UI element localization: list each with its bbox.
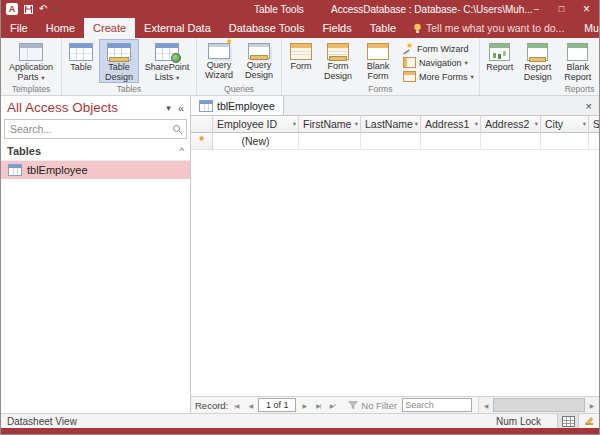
- form-design-button[interactable]: Form Design: [319, 39, 357, 83]
- tab-file[interactable]: File: [1, 18, 37, 38]
- window-title: AccessDatabase : Database- C:\Users\Muh.…: [331, 4, 533, 15]
- column-header-firstname[interactable]: FirstName ▾: [299, 116, 361, 133]
- record-navigation-bar: Record: |◀ ◀ ▶ ▶| ▶* No Filter ◀ ▶: [191, 396, 599, 413]
- report-design-button[interactable]: Report Design: [519, 39, 557, 83]
- label-text: SharePoint Lists: [145, 62, 190, 82]
- record-position-box[interactable]: [258, 398, 296, 412]
- label-text: Navigation: [419, 58, 462, 68]
- form-button[interactable]: Form: [285, 39, 317, 83]
- table-design-button[interactable]: Table Design: [99, 39, 139, 83]
- column-dropdown-icon[interactable]: ▾: [581, 120, 586, 128]
- ribbon-create: Application Parts ▾ Templates Table Tabl…: [1, 38, 599, 96]
- window-controls: – □ ×: [524, 0, 599, 18]
- first-record-button[interactable]: |◀: [230, 399, 242, 411]
- column-header-employee-id[interactable]: Employee ID ▾: [213, 116, 299, 133]
- report-button[interactable]: Report: [483, 39, 517, 83]
- column-label: Address1: [425, 118, 469, 130]
- dropdown-caret-icon: ▾: [465, 59, 468, 67]
- tab-home[interactable]: Home: [37, 18, 84, 38]
- cell-city[interactable]: [541, 133, 589, 150]
- form-wizard-icon: [403, 44, 414, 54]
- column-dropdown-icon[interactable]: ▾: [353, 120, 358, 128]
- search-icon[interactable]: [172, 124, 183, 135]
- tab-fields[interactable]: Fields: [313, 18, 360, 38]
- shutter-bar-close-icon[interactable]: «: [178, 102, 184, 114]
- blank-form-button[interactable]: Blank Form: [359, 39, 397, 83]
- select-all-cell[interactable]: [191, 116, 213, 133]
- ribbon-tab-bar: File Home Create External Data Database …: [1, 18, 599, 38]
- blank-form-icon: [367, 43, 389, 60]
- blank-report-button[interactable]: Blank Report: [559, 39, 597, 83]
- maximize-button[interactable]: □: [549, 0, 574, 18]
- filter-indicator[interactable]: No Filter: [348, 400, 397, 411]
- report-label: Report: [486, 63, 513, 73]
- nav-item-tblemployee[interactable]: tblEmployee: [1, 161, 190, 179]
- cell-address2[interactable]: [481, 133, 541, 150]
- group-templates: Application Parts ▾ Templates: [1, 38, 62, 95]
- navigation-button[interactable]: Navigation ▾: [401, 56, 476, 69]
- query-wizard-button[interactable]: Query Wizard: [200, 39, 238, 83]
- save-icon[interactable]: [24, 5, 33, 14]
- scrollbar-thumb[interactable]: [493, 398, 585, 412]
- column-dropdown-icon[interactable]: ▾: [473, 120, 478, 128]
- cell-state[interactable]: [589, 133, 599, 150]
- close-button[interactable]: ×: [574, 0, 599, 18]
- form-wizard-button[interactable]: Form Wizard: [401, 42, 476, 55]
- scroll-left-icon[interactable]: ◀: [479, 397, 493, 413]
- next-record-button[interactable]: ▶: [298, 399, 310, 411]
- scroll-right-icon[interactable]: ▶: [585, 397, 599, 413]
- last-record-button[interactable]: ▶|: [312, 399, 324, 411]
- cell-firstname[interactable]: [299, 133, 361, 150]
- datasheet-view-button[interactable]: [557, 414, 579, 428]
- application-parts-label: Application Parts ▾: [7, 63, 55, 82]
- tab-table[interactable]: Table: [361, 18, 405, 38]
- design-view-button[interactable]: [579, 414, 599, 428]
- nav-section-tables[interactable]: Tables ^: [1, 142, 190, 161]
- column-header-address2[interactable]: Address2 ▾: [481, 116, 541, 133]
- label-text: Form Wizard: [417, 44, 469, 54]
- column-header-address1[interactable]: Address1 ▾: [421, 116, 481, 133]
- dropdown-caret-icon: ▾: [176, 74, 179, 81]
- undo-icon[interactable]: ↶: [39, 4, 47, 14]
- record-label: Record:: [195, 400, 228, 411]
- close-document-icon[interactable]: ×: [579, 96, 599, 115]
- column-header-state[interactable]: St: [589, 116, 599, 133]
- nav-pane-menu-icon[interactable]: ▾: [166, 103, 171, 113]
- column-dropdown-icon[interactable]: ▾: [291, 120, 296, 128]
- column-header-city[interactable]: City ▾: [541, 116, 589, 133]
- tab-database-tools[interactable]: Database Tools: [220, 18, 314, 38]
- cell-lastname[interactable]: [361, 133, 421, 150]
- group-queries: Query Wizard Query Design Queries: [197, 38, 282, 95]
- tab-create[interactable]: Create: [84, 18, 135, 38]
- tables-items: Table Table Design SharePoint Lists ▾: [64, 39, 194, 83]
- access-app-icon[interactable]: A: [6, 3, 18, 15]
- sharepoint-lists-button[interactable]: SharePoint Lists ▾: [141, 39, 193, 83]
- column-header-lastname[interactable]: LastName ▾: [361, 116, 421, 133]
- record-search-input[interactable]: [402, 398, 472, 412]
- cell-employee-id[interactable]: (New): [213, 133, 299, 150]
- application-parts-button[interactable]: Application Parts ▾: [4, 39, 58, 83]
- report-design-icon: [527, 43, 548, 61]
- new-record-selector[interactable]: *: [191, 133, 213, 150]
- tab-external-data[interactable]: External Data: [135, 18, 220, 38]
- doc-tab-tblemployee[interactable]: tblEmployee: [191, 96, 284, 115]
- qat-customize-icon[interactable]: ▾: [53, 6, 57, 13]
- nav-pane-header[interactable]: All Access Objects ▾ «: [1, 96, 190, 118]
- new-blank-record-button[interactable]: ▶*: [326, 399, 338, 411]
- document-area: tblEmployee × Employee ID ▾ FirstName ▾: [191, 96, 599, 413]
- application-parts-icon: [19, 43, 43, 61]
- more-forms-button[interactable]: More Forms ▾: [401, 70, 476, 83]
- tell-me-box[interactable]: Tell me what you want to do...: [405, 18, 572, 38]
- num-lock-indicator: Num Lock: [496, 416, 557, 427]
- table-button[interactable]: Table: [65, 39, 97, 83]
- table-label: Table: [70, 63, 92, 73]
- column-dropdown-icon[interactable]: ▾: [533, 120, 538, 128]
- nav-search-input[interactable]: [8, 122, 172, 136]
- column-label: FirstName: [303, 118, 351, 130]
- previous-record-button[interactable]: ◀: [244, 399, 256, 411]
- column-dropdown-icon[interactable]: ▾: [413, 120, 418, 128]
- account-user-name[interactable]: Muhammad Waqas: [572, 18, 599, 38]
- cell-address1[interactable]: [421, 133, 481, 150]
- query-design-button[interactable]: Query Design: [240, 39, 278, 83]
- horizontal-scrollbar[interactable]: ◀ ▶: [478, 397, 599, 413]
